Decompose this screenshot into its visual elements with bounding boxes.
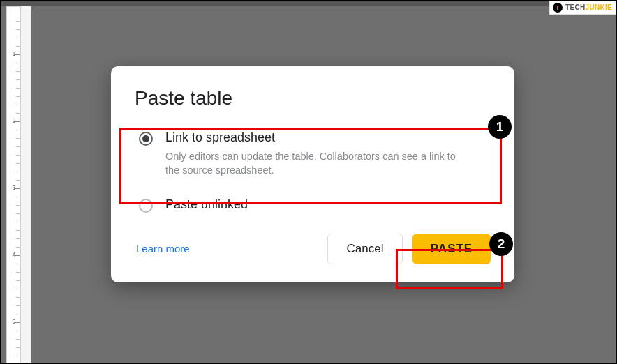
radio-icon[interactable] — [139, 199, 153, 213]
paste-button[interactable]: PASTE — [412, 234, 491, 264]
window-top-bar — [1, 1, 616, 6]
paste-table-dialog: Paste table Link to spreadsheet Only edi… — [111, 66, 514, 282]
ruler-number: 5 — [7, 318, 21, 325]
option-link-to-spreadsheet[interactable]: Link to spreadsheet Only editors can upd… — [135, 123, 491, 186]
option-label: Link to spreadsheet — [165, 130, 275, 144]
vertical-ruler: 1 2 3 4 5 — [6, 6, 20, 363]
document-page-edge — [20, 6, 31, 363]
ruler-number: 2 — [7, 117, 21, 124]
ruler-number: 4 — [7, 251, 21, 258]
paste-options-group: Link to spreadsheet Only editors can upd… — [135, 123, 491, 221]
watermark-text-b: JUNKIE — [586, 3, 612, 11]
cancel-button[interactable]: Cancel — [327, 234, 403, 264]
learn-more-link[interactable]: Learn more — [135, 243, 190, 255]
dialog-actions: Learn more Cancel PASTE — [135, 234, 491, 264]
ruler-number: 3 — [7, 184, 21, 191]
watermark-badge: T TECHJUNKIE — [549, 1, 616, 15]
option-paste-unlinked[interactable]: Paste unlinked — [135, 190, 491, 221]
ruler-number: 1 — [7, 50, 21, 57]
radio-icon[interactable] — [139, 132, 153, 146]
watermark-icon: T — [553, 3, 563, 13]
watermark-text-a: TECH — [565, 3, 585, 11]
option-description: Only editors can update the table. Colla… — [165, 149, 473, 178]
app-frame: T TECHJUNKIE 1 2 3 4 5 Paste table Link … — [0, 0, 617, 364]
tutorial-step-badge-2: 2 — [489, 232, 513, 256]
option-label: Paste unlinked — [165, 197, 248, 211]
dialog-title: Paste table — [135, 87, 491, 109]
tutorial-step-badge-1: 1 — [488, 115, 512, 139]
